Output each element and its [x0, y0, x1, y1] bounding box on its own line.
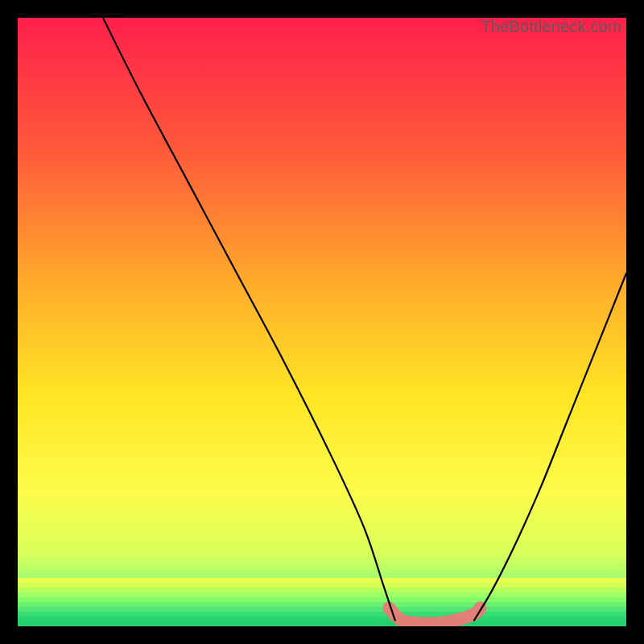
chart-svg	[18, 18, 626, 626]
bottom-stripes	[18, 578, 626, 626]
svg-rect-4	[18, 597, 626, 602]
chart-frame: TheBottleneck.com	[0, 0, 644, 644]
plot-area: TheBottleneck.com	[18, 18, 626, 626]
svg-rect-2	[18, 588, 626, 592]
svg-rect-5	[18, 602, 626, 607]
svg-rect-9	[18, 621, 626, 626]
svg-rect-8	[18, 617, 626, 621]
svg-rect-3	[18, 592, 626, 597]
gradient-background	[18, 18, 626, 626]
svg-rect-7	[18, 612, 626, 617]
svg-rect-6	[18, 607, 626, 612]
watermark-text: TheBottleneck.com	[481, 18, 621, 36]
svg-rect-1	[18, 583, 626, 588]
svg-rect-0	[18, 578, 626, 583]
